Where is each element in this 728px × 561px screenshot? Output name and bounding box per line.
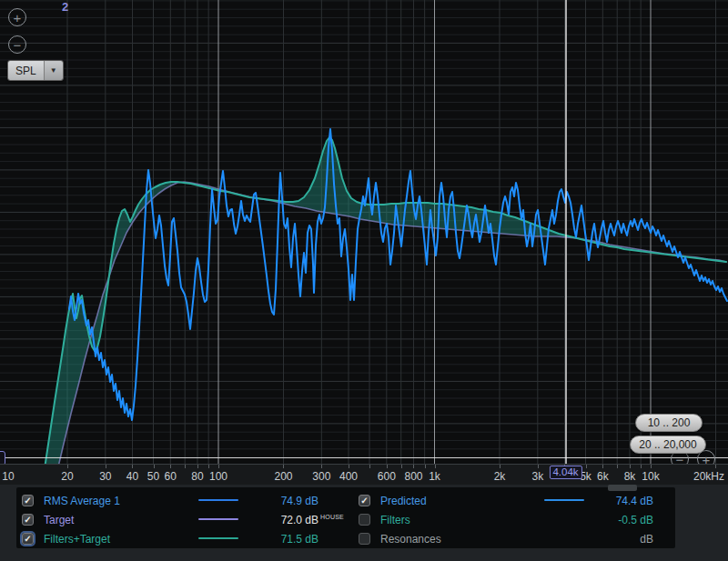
axis-tick <box>197 465 198 468</box>
axis-tick <box>413 465 414 468</box>
graph-marker-2-label: 2 <box>62 0 68 14</box>
freq-label-40: 40 <box>126 470 138 483</box>
cursor-frequency-readout: 4.04k <box>549 466 581 479</box>
freq-range-button-20-20000[interactable]: 20 .. 20,000 <box>630 436 706 454</box>
frequency-response-chart <box>0 0 728 464</box>
freq-label-600: 600 <box>378 470 396 483</box>
freq-label-3k: 3k <box>531 470 543 483</box>
axis-tick <box>106 465 106 468</box>
rms-average-curve <box>69 129 727 420</box>
axis-tick <box>602 465 603 468</box>
freq-label-20: 20 <box>61 470 73 483</box>
vertical-zoom-out-icon[interactable]: − <box>8 35 26 54</box>
axis-tick <box>586 465 587 468</box>
vertical-zoom-in-icon[interactable]: + <box>8 8 26 26</box>
freq-label-30: 30 <box>99 470 111 483</box>
trace-level-value: dB <box>640 533 653 546</box>
legend-row-predicted: ✓Predicted74.4 dB <box>16 491 675 510</box>
freq-label-2k: 2k <box>494 470 506 483</box>
axis-tick <box>500 465 500 468</box>
freq-label-8k: 8k <box>624 470 636 483</box>
freq-label-60: 60 <box>165 470 177 483</box>
axis-tick <box>617 465 618 468</box>
axis-tick <box>387 465 388 468</box>
legend-rows-container: ✓RMS Average 174.9 dB✓Target72.0 dBHOUSE… <box>16 487 675 548</box>
trace-label: Resonances <box>380 533 441 546</box>
legend-panel: ✓RMS Average 174.9 dB✓Target72.0 dBHOUSE… <box>0 485 728 561</box>
trace-checkbox[interactable]: ✓ <box>359 495 370 506</box>
freq-label-80: 80 <box>191 470 203 483</box>
plot-area[interactable]: 2 + − SPL ▼ − + 10 .. 200 20 .. 20,000 <box>0 0 728 464</box>
graph-type-dropdown[interactable]: SPL ▼ <box>7 60 64 81</box>
trace-checkbox[interactable] <box>359 533 370 545</box>
freq-label-10: 10 <box>2 470 14 483</box>
trace-color-swatch <box>544 499 584 501</box>
axis-tick <box>67 465 68 468</box>
legend-row-filters: Filters-0.5 dB <box>16 510 675 529</box>
axis-tick <box>435 465 436 468</box>
axis-tick <box>651 465 652 468</box>
freq-label-300: 300 <box>312 470 330 483</box>
axis-tick <box>425 465 426 468</box>
spl-graph-window: 2 + − SPL ▼ − + 10 .. 200 20 .. 20,000 1… <box>0 0 728 561</box>
axis-tick <box>401 465 402 468</box>
axis-tick <box>321 465 322 468</box>
panel-divider-handle[interactable] <box>608 485 637 491</box>
freq-label-800: 800 <box>404 470 422 483</box>
freq-range-button-10-200[interactable]: 10 .. 200 <box>635 414 703 432</box>
axis-tick <box>185 465 186 468</box>
freq-label-200: 200 <box>274 470 292 483</box>
trace-level-value: 74.4 dB <box>616 495 653 507</box>
frequency-axis[interactable]: 102030405060801002003004006008001k2k3k5k… <box>0 464 728 485</box>
trace-label: Filters <box>380 514 410 526</box>
legend-row-resonances: ResonancesdB <box>16 529 675 548</box>
axis-tick <box>715 465 716 468</box>
graph-type-label: SPL <box>8 61 44 80</box>
axis-tick <box>218 465 219 468</box>
axis-tick <box>369 465 370 468</box>
chevron-down-icon: ▼ <box>44 61 63 80</box>
trace-level-value: -0.5 dB <box>618 514 653 526</box>
axis-tick <box>630 465 631 468</box>
axis-tick <box>349 465 349 468</box>
axis-tick <box>154 465 155 468</box>
trace-checkbox[interactable] <box>359 514 370 526</box>
trace-label: Predicted <box>380 495 427 507</box>
freq-label-400: 400 <box>339 470 358 483</box>
freq-label-50: 50 <box>147 470 159 483</box>
freq-label-20kHz: 20kHz <box>693 470 724 483</box>
target-curve <box>56 182 726 464</box>
freq-label-100: 100 <box>209 470 228 483</box>
freq-label-10k: 10k <box>642 470 659 483</box>
axis-tick <box>283 465 284 468</box>
axis-tick <box>208 465 209 468</box>
axis-tick <box>170 465 171 468</box>
freq-label-1k: 1k <box>429 470 440 483</box>
axis-tick <box>132 465 133 468</box>
axis-tick <box>538 465 539 468</box>
axis-tick <box>641 465 642 468</box>
freq-label-6k: 6k <box>597 470 609 483</box>
